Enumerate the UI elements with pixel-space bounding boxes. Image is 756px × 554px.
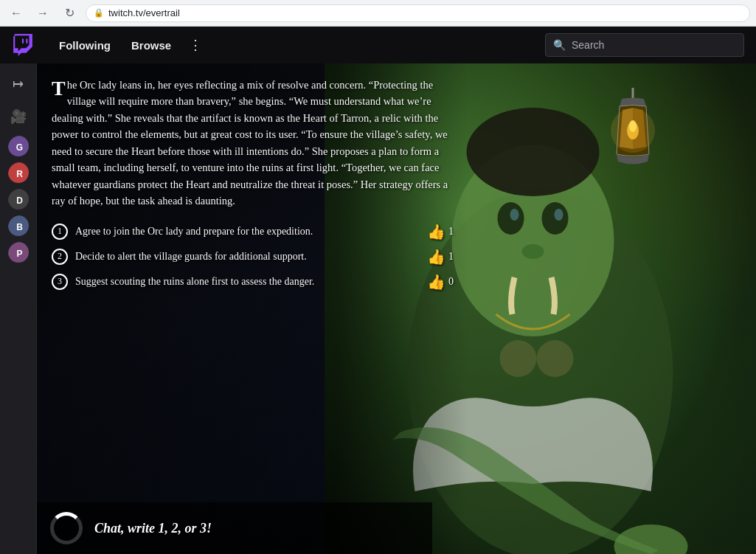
forward-button[interactable]: → (32, 3, 53, 24)
choice-votes-2: 👍 1 (427, 248, 454, 266)
avatar-circle-2: R (8, 162, 30, 184)
choices-list: 1 Agree to join the Orc lady and prepare… (52, 223, 454, 291)
svg-point-7 (467, 108, 600, 196)
choice-num-3: 3 (52, 274, 68, 290)
sidebar-avatar-3[interactable]: D (7, 187, 30, 211)
avatar-circle-3: D (8, 189, 30, 211)
cta-bar: Chat, write 1, 2, or 3! (37, 502, 432, 554)
story-overlay: The Orc lady leans in, her eyes reflecti… (37, 63, 468, 554)
choice-item-3: 3 Suggest scouting the ruins alone first… (52, 273, 454, 291)
svg-point-14 (611, 108, 655, 153)
video-button[interactable]: 🎥 (4, 102, 33, 131)
avatar-circle-5: P (8, 242, 30, 264)
sidebar-avatar-5[interactable]: P (7, 240, 30, 264)
choice-num-2: 2 (52, 249, 68, 265)
twitch-logo[interactable] (12, 34, 34, 56)
following-nav[interactable]: Following (49, 27, 121, 63)
browse-nav[interactable]: Browse (121, 27, 181, 63)
sidebar-avatar-1[interactable]: G (7, 134, 30, 158)
search-box[interactable]: 🔍 (545, 33, 744, 57)
story-text: The Orc lady leans in, her eyes reflecti… (52, 77, 454, 210)
svg-point-3 (542, 202, 569, 235)
drop-cap: T (52, 78, 66, 99)
search-icon: 🔍 (553, 39, 566, 51)
url-text: twitch.tv/evertrail (108, 7, 180, 18)
stream-container: The Orc lady leans in, her eyes reflecti… (37, 63, 756, 554)
choice-votes-1: 👍 1 (427, 223, 454, 240)
collapse-sidebar-button[interactable]: ↦ (4, 69, 33, 99)
back-button[interactable]: ← (6, 3, 27, 24)
lock-icon: 🔒 (94, 8, 104, 18)
vote-count-2: 1 (448, 251, 454, 263)
vote-count-1: 1 (448, 226, 454, 238)
lantern-svg (603, 88, 662, 176)
twitch-header: Following Browse ⋮ 🔍 (0, 27, 756, 63)
search-input[interactable] (572, 39, 736, 51)
sidebar-avatar-4[interactable]: B (7, 214, 30, 238)
svg-point-8 (614, 524, 688, 554)
thumbs-icon-1: 👍 (427, 223, 445, 240)
main-layout: ↦ 🎥 G R D B P (0, 63, 756, 554)
loading-spinner (50, 512, 83, 544)
browser-chrome: ← → ↻ 🔒 twitch.tv/evertrail (0, 0, 756, 27)
thumbs-icon-3: 👍 (427, 273, 445, 291)
address-bar[interactable]: 🔒 twitch.tv/evertrail (86, 4, 750, 22)
svg-point-10 (537, 340, 574, 377)
choice-text-1: Agree to join the Orc lady and prepare f… (75, 224, 420, 239)
choice-num-1: 1 (52, 224, 68, 240)
sidebar: ↦ 🎥 G R D B P (0, 63, 37, 554)
choice-text-2: Decide to alert the village guards for a… (75, 249, 420, 264)
svg-point-2 (498, 202, 524, 235)
svg-point-6 (522, 244, 544, 259)
choice-item-1: 1 Agree to join the Orc lady and prepare… (52, 223, 454, 240)
thumbs-icon-2: 👍 (427, 248, 445, 266)
svg-point-5 (555, 209, 563, 221)
avatar-circle-1: G (8, 136, 30, 158)
refresh-button[interactable]: ↻ (59, 3, 80, 24)
stream-content: The Orc lady leans in, her eyes reflecti… (37, 63, 756, 554)
more-options-button[interactable]: ⋮ (181, 27, 209, 63)
cta-text: Chat, write 1, 2, or 3! (94, 521, 212, 536)
choice-item-2: 2 Decide to alert the village guards for… (52, 248, 454, 266)
choice-votes-3: 👍 0 (427, 273, 454, 291)
avatar-circle-4: B (8, 215, 30, 238)
svg-point-4 (510, 209, 519, 221)
vote-count-3: 0 (448, 276, 454, 288)
sidebar-avatar-2[interactable]: R (7, 161, 30, 184)
choice-text-3: Suggest scouting the ruins alone first t… (75, 274, 420, 289)
svg-point-9 (500, 340, 537, 377)
